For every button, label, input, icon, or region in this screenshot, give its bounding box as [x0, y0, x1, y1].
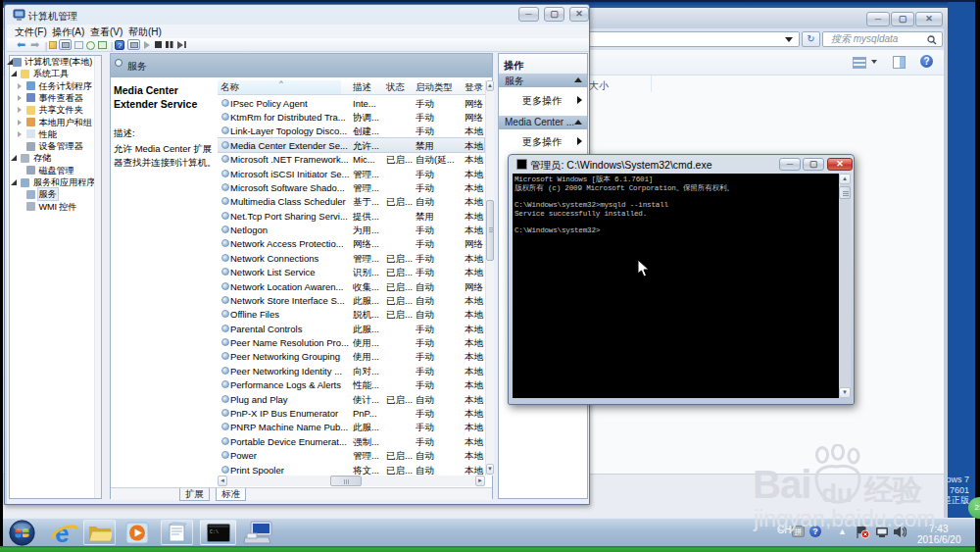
svg-text:C:\: C:\ — [210, 529, 219, 535]
